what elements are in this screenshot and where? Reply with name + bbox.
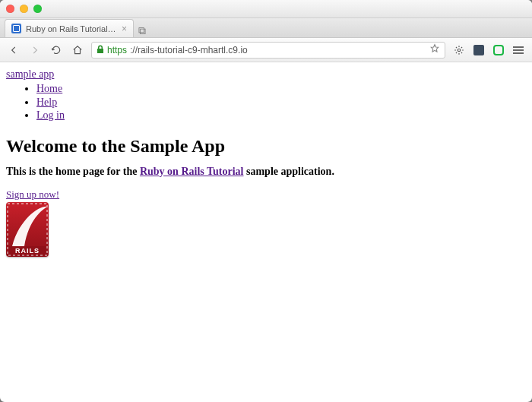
url-bar[interactable]: https://rails-tutorial-c9-mhartl.c9.io bbox=[91, 42, 445, 59]
traffic-lights bbox=[6, 5, 42, 13]
window-close-button[interactable] bbox=[6, 5, 14, 13]
back-button[interactable] bbox=[6, 43, 21, 58]
rails-logo-text: RAILS bbox=[15, 246, 40, 254]
home-button[interactable] bbox=[70, 43, 85, 58]
tutorial-link[interactable]: Ruby on Rails Tutorial bbox=[140, 166, 244, 177]
rails-logo-image: RAILS bbox=[6, 202, 49, 257]
lead-prefix: This is the home page for the bbox=[6, 166, 140, 177]
reload-button[interactable] bbox=[49, 43, 64, 58]
hamburger-icon bbox=[513, 46, 524, 54]
window-titlebar bbox=[0, 0, 532, 18]
svg-point-0 bbox=[458, 49, 461, 52]
extension-cube-icon[interactable] bbox=[471, 43, 486, 58]
chrome-menu-button[interactable] bbox=[511, 43, 526, 58]
reload-icon bbox=[51, 45, 62, 55]
nav-help-link[interactable]: Help bbox=[36, 97, 57, 108]
arrow-left-icon bbox=[8, 45, 19, 55]
new-tab-button[interactable]: ⧉ bbox=[134, 24, 150, 37]
browser-toolbar: https://rails-tutorial-c9-mhartl.c9.io bbox=[0, 38, 532, 62]
lead-suffix: sample application. bbox=[243, 166, 334, 177]
url-scheme: https bbox=[107, 45, 127, 55]
browser-window: Ruby on Rails Tutorial Sam × ⧉ https://r… bbox=[0, 0, 532, 402]
url-host-path: ://rails-tutorial-c9-mhartl.c9.io bbox=[130, 45, 248, 55]
tab-title: Ruby on Rails Tutorial Sam bbox=[26, 24, 117, 33]
tab-close-button[interactable]: × bbox=[122, 24, 127, 34]
nav-login-link[interactable]: Log in bbox=[36, 109, 65, 121]
bookmark-star-icon[interactable] bbox=[429, 43, 440, 56]
extension-loop-icon[interactable] bbox=[491, 43, 506, 58]
tab-strip: Ruby on Rails Tutorial Sam × ⧉ bbox=[0, 18, 532, 38]
nav-home-link[interactable]: Home bbox=[36, 83, 62, 94]
page-content: sample app Home Help Log in Welcome to t… bbox=[0, 62, 532, 402]
lead-paragraph: This is the home page for the Ruby on Ra… bbox=[6, 166, 526, 178]
settings-extension-icon[interactable] bbox=[451, 43, 467, 58]
lock-icon bbox=[97, 45, 104, 55]
signup-link[interactable]: Sign up now! bbox=[6, 188, 59, 201]
window-minimize-button[interactable] bbox=[20, 5, 28, 13]
page-title: Welcome to the Sample App bbox=[6, 136, 526, 157]
toolbar-right-icons bbox=[451, 43, 526, 58]
arrow-right-icon bbox=[30, 45, 40, 55]
browser-tab[interactable]: Ruby on Rails Tutorial Sam × bbox=[5, 19, 134, 37]
window-zoom-button[interactable] bbox=[33, 5, 42, 13]
nav-list: Home Help Log in bbox=[36, 82, 526, 122]
favicon-icon bbox=[11, 24, 21, 33]
forward-button[interactable] bbox=[27, 43, 43, 58]
home-icon bbox=[72, 45, 83, 55]
brand-link[interactable]: sample app bbox=[6, 68, 54, 80]
